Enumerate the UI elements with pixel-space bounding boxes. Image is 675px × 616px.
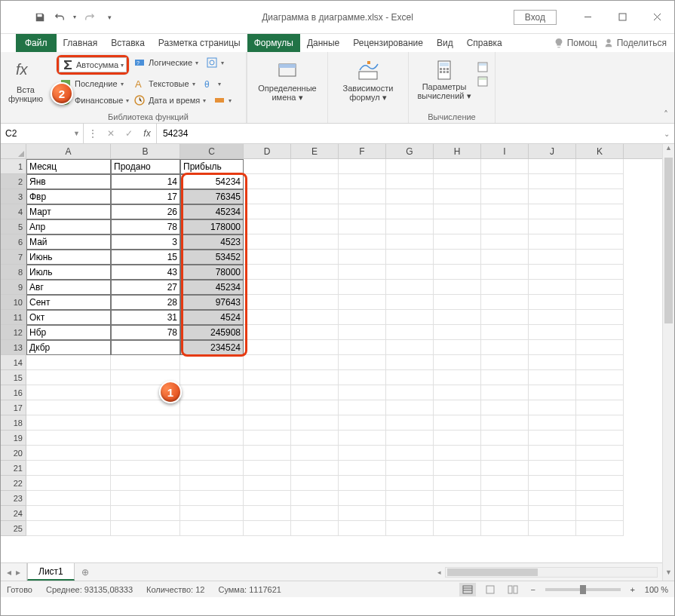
cell[interactable]: [111, 446, 180, 461]
cell[interactable]: [26, 385, 111, 400]
cell[interactable]: [339, 340, 386, 355]
cell[interactable]: [576, 280, 624, 295]
cell[interactable]: [529, 265, 576, 280]
cell[interactable]: Апр: [26, 219, 111, 234]
zoom-slider[interactable]: [545, 588, 621, 591]
cell[interactable]: Март: [26, 204, 111, 219]
cell[interactable]: [481, 325, 529, 340]
cell[interactable]: [244, 340, 291, 355]
cell[interactable]: [111, 415, 180, 431]
cell[interactable]: [244, 506, 291, 521]
cell[interactable]: [434, 506, 481, 521]
cell[interactable]: [339, 159, 386, 174]
sheet-next-icon[interactable]: ▸: [16, 567, 20, 578]
cell[interactable]: [180, 461, 244, 476]
cell[interactable]: [434, 476, 481, 491]
cell[interactable]: 43: [111, 265, 180, 280]
defined-names-button[interactable]: Определенныеимена ▾: [253, 60, 321, 102]
share-button[interactable]: Поделиться: [603, 38, 667, 48]
cell[interactable]: [529, 400, 576, 415]
cell[interactable]: [339, 521, 386, 536]
col-header-J[interactable]: J: [529, 144, 576, 158]
cell[interactable]: [111, 521, 180, 536]
cell[interactable]: [434, 280, 481, 295]
cell[interactable]: [291, 385, 339, 400]
cell[interactable]: [434, 370, 481, 385]
autosum-dropdown-icon[interactable]: ▾: [121, 62, 124, 69]
cells-area[interactable]: МесяцПроданоПрибыльЯнв1454234Фвр1776345М…: [26, 159, 674, 562]
cell[interactable]: [386, 491, 434, 506]
cell[interactable]: Нбр: [26, 325, 111, 340]
cell[interactable]: [529, 250, 576, 265]
cell[interactable]: Янв: [26, 174, 111, 189]
cell[interactable]: [529, 461, 576, 476]
cell[interactable]: [291, 159, 339, 174]
cell[interactable]: [26, 446, 111, 461]
row-header[interactable]: 24: [1, 506, 26, 521]
cell[interactable]: [481, 506, 529, 521]
cell[interactable]: [291, 189, 339, 204]
cell[interactable]: [434, 234, 481, 250]
cell[interactable]: [576, 234, 624, 250]
cell[interactable]: [434, 310, 481, 325]
cell[interactable]: [244, 159, 291, 174]
cell[interactable]: [244, 189, 291, 204]
cell[interactable]: [244, 446, 291, 461]
cell[interactable]: [339, 385, 386, 400]
cell[interactable]: [529, 340, 576, 355]
cell[interactable]: [244, 476, 291, 491]
cell[interactable]: [244, 250, 291, 265]
row-header[interactable]: 1: [1, 159, 26, 174]
cell[interactable]: 245908: [180, 325, 244, 340]
cell[interactable]: [244, 310, 291, 325]
cell[interactable]: [481, 189, 529, 204]
calc-now-icon[interactable]: [477, 61, 489, 73]
cell[interactable]: [386, 159, 434, 174]
zoom-in-button[interactable]: +: [627, 585, 639, 594]
cell[interactable]: [481, 431, 529, 446]
zoom-thumb[interactable]: [580, 585, 586, 594]
cell[interactable]: [244, 219, 291, 234]
cell[interactable]: [434, 521, 481, 536]
cell[interactable]: [576, 476, 624, 491]
cell[interactable]: [434, 174, 481, 189]
close-button[interactable]: [640, 6, 674, 29]
cancel-formula-icon[interactable]: ✕: [102, 128, 120, 139]
col-header-A[interactable]: A: [26, 144, 111, 158]
cell[interactable]: [291, 325, 339, 340]
select-all-corner[interactable]: [1, 144, 26, 158]
cell[interactable]: [434, 189, 481, 204]
cell[interactable]: [291, 204, 339, 219]
cell[interactable]: [291, 476, 339, 491]
row-header[interactable]: 6: [1, 234, 26, 250]
cell[interactable]: [529, 159, 576, 174]
cell[interactable]: [291, 219, 339, 234]
cell[interactable]: [529, 204, 576, 219]
cell[interactable]: [244, 234, 291, 250]
cell[interactable]: [180, 400, 244, 415]
cell[interactable]: [576, 189, 624, 204]
sheet-nav[interactable]: ◂ ▸: [1, 563, 27, 581]
cell[interactable]: [244, 461, 291, 476]
cell[interactable]: [339, 250, 386, 265]
cell[interactable]: [111, 431, 180, 446]
row-header[interactable]: 15: [1, 370, 26, 385]
datetime-button[interactable]: Дата и время▾: [130, 93, 209, 108]
row-header[interactable]: 22: [1, 476, 26, 491]
col-header-F[interactable]: F: [339, 144, 386, 158]
cell[interactable]: [481, 370, 529, 385]
cell[interactable]: [244, 265, 291, 280]
cell[interactable]: [291, 491, 339, 506]
view-page-break-icon[interactable]: [505, 583, 521, 596]
cell[interactable]: [529, 280, 576, 295]
cell[interactable]: [339, 189, 386, 204]
cell[interactable]: [481, 415, 529, 431]
cell[interactable]: [291, 265, 339, 280]
cell[interactable]: [339, 400, 386, 415]
cell[interactable]: [434, 325, 481, 340]
vertical-scrollbar[interactable]: ▲ ▼: [662, 144, 674, 581]
cell[interactable]: [339, 234, 386, 250]
cell[interactable]: [244, 491, 291, 506]
cell[interactable]: [111, 476, 180, 491]
row-header[interactable]: 17: [1, 400, 26, 415]
